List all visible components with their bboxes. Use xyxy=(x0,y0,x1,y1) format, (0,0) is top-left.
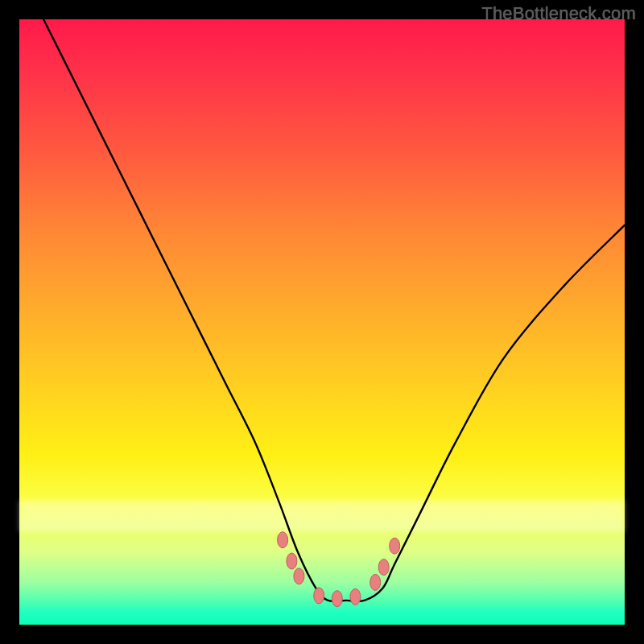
bottleneck-curve xyxy=(43,19,625,601)
curve-marker xyxy=(378,559,389,576)
curve-marker xyxy=(350,588,361,605)
curve-marker xyxy=(287,553,297,569)
curve-marker xyxy=(294,568,304,584)
watermark-text: TheBottleneck.com xyxy=(481,3,636,24)
curve-marker xyxy=(314,588,324,604)
curve-marker xyxy=(278,532,288,548)
marker-group xyxy=(278,532,400,607)
curve-marker xyxy=(332,591,342,607)
chart-svg xyxy=(19,19,625,625)
curve-marker xyxy=(390,538,400,554)
chart-plot-area xyxy=(19,19,625,625)
curve-marker xyxy=(370,574,381,590)
